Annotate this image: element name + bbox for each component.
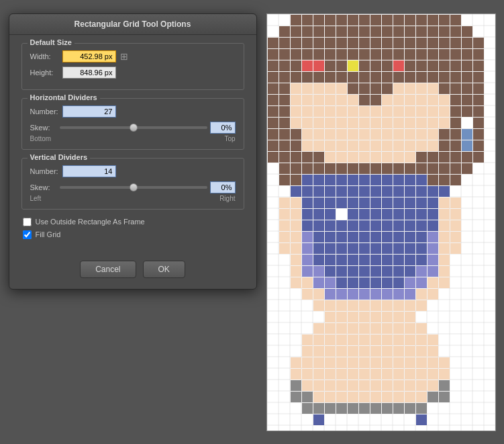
cancel-button[interactable]: Cancel bbox=[80, 261, 136, 278]
horizontal-dividers-label: Horizontal Dividers bbox=[28, 93, 100, 101]
height-row: Height: bbox=[30, 66, 236, 79]
default-size-label: Default Size bbox=[28, 38, 74, 46]
use-outside-rect-label: Use Outside Rectangle As Frame bbox=[36, 218, 145, 226]
dialog: Rectangular Grid Tool Options Default Si… bbox=[9, 13, 257, 290]
h-slider-thumb[interactable] bbox=[130, 124, 138, 132]
pixel-art-canvas bbox=[267, 14, 495, 431]
v-slider-thumb[interactable] bbox=[130, 183, 138, 191]
h-skew-row: Skew: bbox=[30, 122, 236, 134]
fill-grid-checkbox[interactable] bbox=[23, 230, 32, 239]
width-row: Width: ⊞ bbox=[30, 50, 236, 62]
v-right-label: Right bbox=[219, 195, 235, 202]
default-size-section: Default Size Width: ⊞ Height: bbox=[21, 43, 244, 90]
horizontal-dividers-section: Horizontal Dividers Number: Skew: Bot bbox=[21, 98, 244, 150]
v-skew-percent[interactable] bbox=[210, 181, 236, 193]
use-outside-rect-checkbox[interactable] bbox=[23, 218, 32, 226]
use-outside-rect-row: Use Outside Rectangle As Frame bbox=[21, 218, 244, 226]
h-skew-slider[interactable] bbox=[60, 123, 207, 132]
v-skew-row: Skew: bbox=[30, 181, 236, 193]
height-input[interactable] bbox=[62, 66, 116, 79]
v-skew-label: Skew: bbox=[30, 183, 57, 191]
width-input[interactable] bbox=[62, 50, 116, 62]
v-skew-slider[interactable] bbox=[60, 183, 207, 192]
height-label: Height: bbox=[30, 69, 62, 77]
h-skew-percent[interactable] bbox=[210, 122, 236, 134]
vertical-dividers-section: Vertical Dividers Number: Skew: Left bbox=[21, 158, 244, 210]
v-number-label: Number: bbox=[30, 167, 62, 175]
h-number-row: Number: bbox=[30, 105, 236, 118]
v-left-label: Left bbox=[30, 195, 42, 202]
width-label: Width: bbox=[30, 52, 62, 60]
resize-icon: ⊞ bbox=[120, 51, 128, 62]
h-bottom-label: Bottom bbox=[30, 135, 52, 142]
button-row: Cancel OK bbox=[9, 261, 256, 278]
v-slider-labels: Left Right bbox=[30, 195, 236, 202]
h-slider-labels: Bottom Top bbox=[30, 135, 236, 142]
fill-grid-row: Fill Grid bbox=[21, 230, 244, 239]
h-skew-label: Skew: bbox=[30, 124, 57, 132]
v-number-row: Number: bbox=[30, 165, 236, 177]
ok-button[interactable]: OK bbox=[143, 261, 185, 278]
h-top-label: Top bbox=[224, 135, 235, 142]
h-number-label: Number: bbox=[30, 107, 62, 116]
v-number-input[interactable] bbox=[62, 165, 116, 177]
h-number-input[interactable] bbox=[62, 105, 116, 118]
dialog-titlebar: Rectangular Grid Tool Options bbox=[9, 14, 256, 35]
dialog-title: Rectangular Grid Tool Options bbox=[74, 19, 191, 29]
fill-grid-label: Fill Grid bbox=[36, 230, 61, 238]
pixel-art-container bbox=[266, 13, 496, 431]
vertical-dividers-label: Vertical Dividers bbox=[28, 153, 91, 161]
